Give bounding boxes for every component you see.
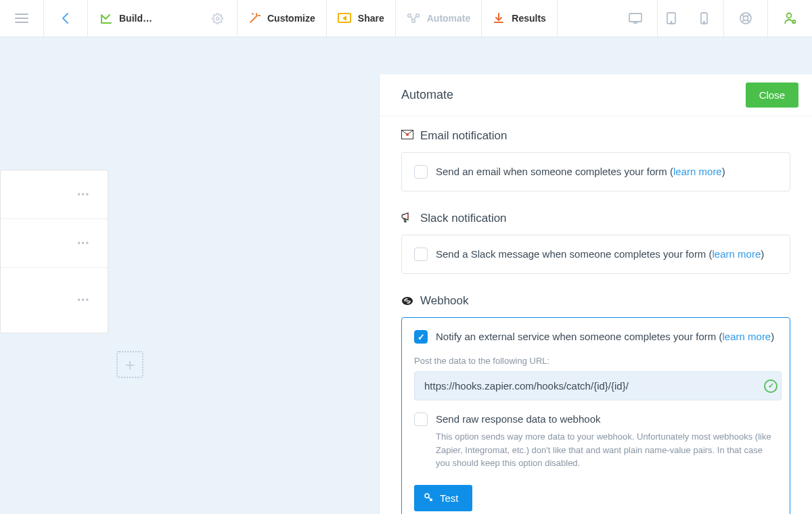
webhook-url-label: Post the data to the following URL: (414, 356, 777, 366)
svg-point-25 (792, 20, 795, 23)
svg-line-4 (250, 16, 257, 22)
valid-check-icon: ✓ (764, 379, 777, 393)
raw-response-help: This option sends way more data to your … (436, 430, 777, 470)
mobile-icon (700, 12, 708, 24)
slack-learn-more-link[interactable]: learn more (713, 248, 761, 260)
email-card: Send an email when someone completes you… (401, 152, 790, 191)
gear-icon[interactable] (212, 13, 223, 24)
close-button[interactable]: Close (746, 83, 798, 108)
svg-point-19 (744, 16, 748, 21)
panel-body: Email notification Send an email when so… (380, 116, 812, 514)
tab-automate-label: Automate (427, 13, 471, 24)
tab-build[interactable]: Build… (88, 0, 238, 37)
user-icon (784, 11, 797, 25)
tab-customize[interactable]: Customize (238, 0, 327, 37)
svg-line-7 (252, 14, 253, 14)
form-row[interactable]: ••• (1, 170, 108, 219)
link-icon (401, 295, 413, 307)
more-icon[interactable]: ••• (77, 190, 90, 200)
form-row[interactable]: ••• (1, 219, 108, 268)
top-toolbar: Build… Customize Share Automate Results (0, 0, 812, 37)
svg-point-3 (216, 17, 219, 20)
form-panel: ••• ••• ••• (0, 170, 108, 333)
more-icon[interactable]: ••• (77, 296, 90, 305)
email-learn-more-link[interactable]: learn more (673, 166, 722, 177)
tab-results[interactable]: Results (482, 0, 558, 37)
raw-response-checkbox[interactable] (414, 413, 428, 426)
canvas-area: ••• ••• ••• ＋ Automate Close Email notif… (0, 37, 812, 514)
build-icon (100, 12, 112, 24)
plus-icon: ＋ (122, 354, 138, 375)
svg-point-17 (704, 22, 705, 23)
section-webhook-title: Webhook (420, 294, 469, 308)
section-slack-title: Slack notification (420, 212, 507, 225)
email-checkbox[interactable] (414, 165, 428, 179)
share-icon (338, 13, 351, 24)
lifebuoy-icon (739, 11, 752, 25)
tab-share[interactable]: Share (327, 0, 396, 37)
svg-point-15 (671, 22, 672, 23)
chevron-left-icon (61, 12, 70, 24)
form-row[interactable]: ••• (1, 268, 108, 333)
view-tablet-button[interactable] (658, 0, 685, 37)
webhook-checkbox[interactable] (414, 330, 428, 344)
panel-title: Automate (401, 88, 453, 102)
desktop-icon (629, 13, 642, 24)
section-email-title: Email notification (420, 129, 508, 143)
hamburger-icon (15, 14, 28, 23)
tab-customize-label: Customize (267, 13, 315, 24)
wand-icon (248, 12, 261, 24)
svg-line-22 (742, 20, 744, 23)
tablet-icon (667, 12, 676, 24)
webhook-text: Notify an external service when someone … (436, 330, 774, 344)
results-icon (493, 12, 505, 24)
add-field-button[interactable]: ＋ (116, 351, 143, 378)
view-mobile-button[interactable] (685, 0, 724, 37)
section-webhook-header: Webhook (401, 294, 790, 308)
webhook-url-input[interactable] (414, 371, 782, 400)
tab-results-label: Results (512, 13, 546, 24)
more-icon[interactable]: ••• (77, 239, 90, 248)
slack-card: Send a Slack message when someone comple… (401, 235, 790, 274)
section-slack-header: Slack notification (401, 212, 790, 225)
automate-panel: Automate Close Email notification Send a… (379, 74, 812, 514)
svg-line-21 (748, 14, 750, 17)
back-button[interactable] (44, 0, 88, 37)
test-button[interactable]: Test (414, 485, 472, 511)
svg-rect-12 (629, 14, 641, 22)
section-email-header: Email notification (401, 129, 790, 143)
panel-header: Automate Close (380, 74, 812, 116)
email-text: Send an email when someone completes you… (436, 165, 725, 179)
webhook-learn-more-link[interactable]: learn more (723, 331, 771, 342)
svg-point-28 (406, 133, 409, 136)
test-button-label: Test (440, 492, 459, 504)
slack-checkbox[interactable] (414, 248, 428, 261)
tab-share-label: Share (358, 13, 384, 24)
svg-point-11 (411, 20, 415, 23)
raw-response-label: Send raw response data to webhook (436, 413, 601, 426)
tab-build-label: Build… (119, 13, 152, 24)
menu-button[interactable] (0, 0, 44, 37)
svg-line-20 (742, 14, 744, 17)
help-button[interactable] (724, 0, 768, 37)
svg-line-23 (748, 20, 750, 23)
test-icon (424, 492, 434, 503)
account-button[interactable] (768, 0, 812, 37)
email-icon (401, 130, 413, 142)
view-desktop-button[interactable] (614, 0, 658, 37)
tab-automate[interactable]: Automate (396, 0, 482, 37)
slack-text: Send a Slack message when someone comple… (436, 248, 764, 261)
megaphone-icon (401, 212, 413, 225)
automate-icon (407, 13, 420, 24)
webhook-card: Notify an external service when someone … (401, 317, 790, 514)
svg-point-24 (786, 14, 791, 18)
